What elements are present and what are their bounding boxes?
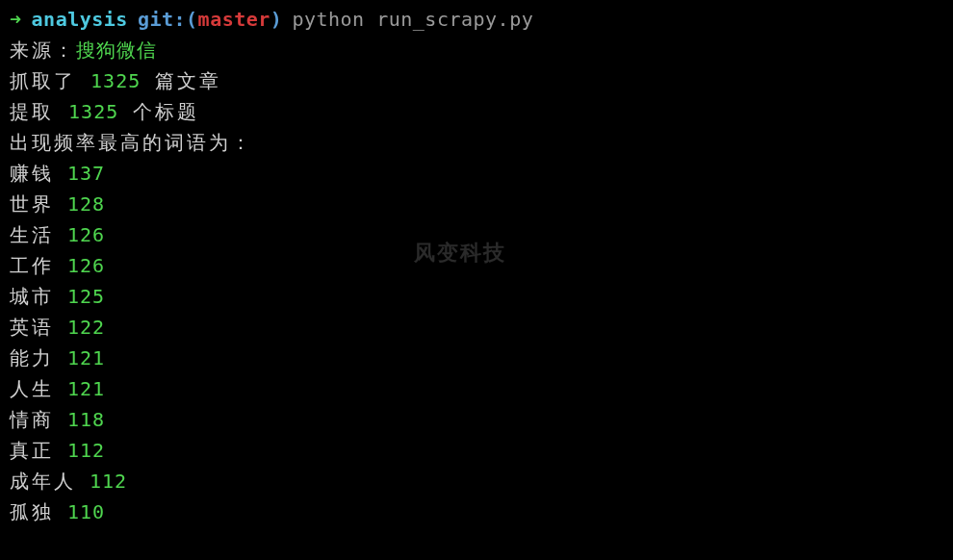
prompt-branch: master <box>198 4 270 35</box>
output-source-line: 来源：搜狗微信 <box>10 35 943 65</box>
word-count: 126 <box>67 219 105 250</box>
word-count: 125 <box>67 281 105 312</box>
word-row: 城市125 <box>10 281 943 312</box>
word-term: 生活 <box>10 219 54 250</box>
word-row: 真正112 <box>10 435 943 466</box>
word-frequency-list: 赚钱137世界128生活126工作126城市125英语122能力121人生121… <box>10 158 943 527</box>
source-value: 搜狗微信 <box>76 38 157 62</box>
word-row: 英语122 <box>10 312 943 343</box>
word-term: 世界 <box>10 189 54 219</box>
word-term: 真正 <box>10 435 54 466</box>
word-count: 137 <box>67 158 105 189</box>
word-row: 人生121 <box>10 373 943 404</box>
output-freq-header: 出现频率最高的词语为： <box>10 127 943 158</box>
scraped-suffix: 篇文章 <box>155 69 221 92</box>
word-term: 赚钱 <box>10 158 54 189</box>
word-row: 赚钱137 <box>10 158 943 189</box>
word-count: 112 <box>67 435 105 466</box>
source-label: 来源： <box>10 38 76 62</box>
word-row: 世界128 <box>10 189 943 219</box>
word-term: 人生 <box>10 373 54 404</box>
word-term: 成年人 <box>10 466 76 496</box>
terminal-prompt: ➜ analysis git:(master) python run_scrap… <box>10 4 943 35</box>
word-term: 英语 <box>10 312 54 343</box>
output-scraped-line: 抓取了 1325 篇文章 <box>10 65 943 96</box>
prompt-command[interactable]: python run_scrapy.py <box>292 4 533 35</box>
scraped-count: 1325 <box>90 69 141 92</box>
prompt-directory: analysis <box>32 4 128 35</box>
word-row: 孤独110 <box>10 496 943 527</box>
word-term: 孤独 <box>10 496 54 527</box>
word-count: 121 <box>67 373 105 404</box>
word-count: 112 <box>90 466 127 496</box>
word-count: 126 <box>67 250 105 281</box>
word-term: 情商 <box>10 404 54 435</box>
word-row: 能力121 <box>10 343 943 373</box>
prompt-git-close: ) <box>270 4 283 35</box>
word-term: 城市 <box>10 281 54 312</box>
prompt-arrow-icon: ➜ <box>10 4 22 35</box>
word-term: 能力 <box>10 343 54 373</box>
word-count: 110 <box>67 496 105 527</box>
word-count: 121 <box>67 343 105 373</box>
extracted-prefix: 提取 <box>10 100 54 123</box>
word-count: 122 <box>67 312 105 343</box>
word-row: 情商118 <box>10 404 943 435</box>
word-row: 生活126 <box>10 219 943 250</box>
extracted-suffix: 个标题 <box>133 100 199 123</box>
word-row: 工作126 <box>10 250 943 281</box>
word-row: 成年人112 <box>10 466 943 496</box>
extracted-count: 1325 <box>68 100 118 123</box>
output-extracted-line: 提取 1325 个标题 <box>10 96 943 127</box>
prompt-git-label: git:( <box>138 4 198 35</box>
word-count: 128 <box>67 189 105 219</box>
scraped-prefix: 抓取了 <box>10 69 76 92</box>
word-term: 工作 <box>10 250 54 281</box>
word-count: 118 <box>67 404 105 435</box>
